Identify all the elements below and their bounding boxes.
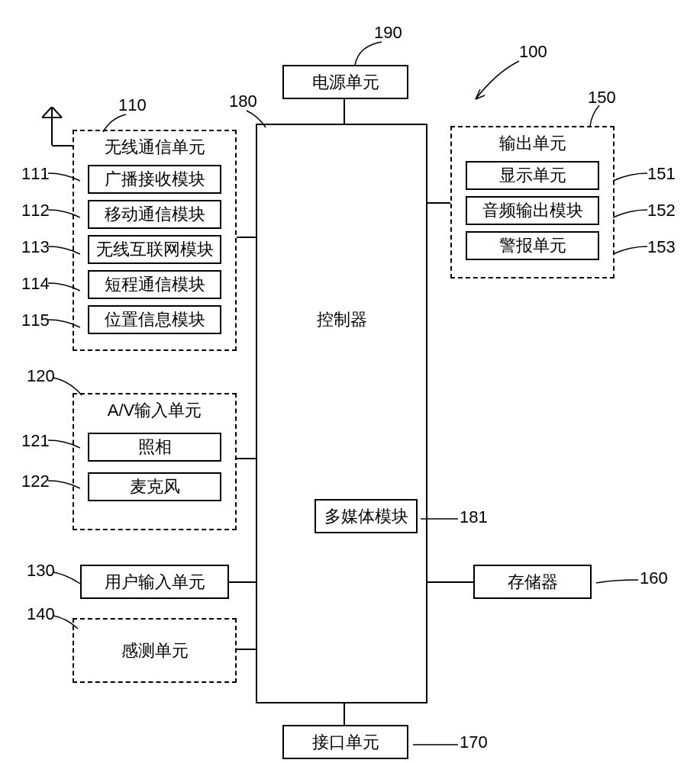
alarm-unit-label: 警报单元 xyxy=(499,234,566,257)
wireless-net-module-box: 无线互联网模块 xyxy=(88,235,221,264)
mobile-comm-module-label: 移动通信模块 xyxy=(105,203,205,226)
controller-box: 控制器 多媒体模块 xyxy=(256,124,427,703)
svg-line-1 xyxy=(42,107,52,118)
user-input-box: 用户输入单元 xyxy=(80,565,229,599)
leader-151 xyxy=(611,169,649,185)
microphone-label: 麦克风 xyxy=(130,475,180,498)
line-power-controller xyxy=(344,99,345,124)
location-module-box: 位置信息模块 xyxy=(88,305,221,334)
leader-122 xyxy=(46,477,80,492)
leader-130 xyxy=(51,568,82,588)
line-controller-interface xyxy=(344,703,345,725)
line-controller-memory xyxy=(427,581,473,583)
av-input-title: A/V输入单元 xyxy=(74,399,235,422)
leader-190 xyxy=(351,38,397,69)
memory-label: 存储器 xyxy=(508,571,558,594)
leader-153 xyxy=(611,243,649,258)
leader-110 xyxy=(99,111,130,134)
broadcast-module-label: 广播接收模块 xyxy=(105,168,205,191)
power-unit-box: 电源单元 xyxy=(282,65,408,99)
leader-170 xyxy=(411,739,460,754)
short-range-module-box: 短程通信模块 xyxy=(88,270,221,299)
leader-120 xyxy=(51,374,85,397)
leader-150 xyxy=(588,103,615,130)
multimedia-label: 多媒体模块 xyxy=(324,505,408,528)
diagram-canvas: 电源单元 控制器 多媒体模块 无线通信单元 广播接收模块 移动通信模块 无线互联… xyxy=(0,0,700,763)
leader-121 xyxy=(46,436,80,452)
wireless-unit-group: 无线通信单元 广播接收模块 移动通信模块 无线互联网模块 短程通信模块 位置信息… xyxy=(73,130,237,351)
display-unit-box: 显示单元 xyxy=(466,161,599,190)
interface-unit-label: 接口单元 xyxy=(312,731,379,754)
sensing-unit-label: 感测单元 xyxy=(121,639,189,662)
output-unit-title: 输出单元 xyxy=(452,132,613,155)
antenna-icon xyxy=(42,107,65,149)
ref-100: 100 xyxy=(519,42,547,62)
power-unit-label: 电源单元 xyxy=(312,71,379,94)
wireless-unit-title: 无线通信单元 xyxy=(74,136,235,159)
audio-output-box: 音频输出模块 xyxy=(466,196,599,225)
av-input-group: A/V输入单元 照相 麦克风 xyxy=(73,393,237,530)
sensing-unit-box: 感测单元 xyxy=(73,618,237,683)
line-sensing-controller xyxy=(237,649,256,650)
camera-box: 照相 xyxy=(88,433,221,462)
leader-111 xyxy=(46,169,80,185)
ref-170: 170 xyxy=(460,732,488,752)
multimedia-box: 多媒体模块 xyxy=(315,499,418,533)
leader-115 xyxy=(46,316,80,331)
output-unit-group: 输出单元 显示单元 音频输出模块 警报单元 xyxy=(450,126,615,278)
leader-113 xyxy=(46,243,80,258)
memory-box: 存储器 xyxy=(473,565,592,599)
user-input-label: 用户输入单元 xyxy=(105,571,205,594)
svg-line-2 xyxy=(52,107,62,118)
line-userinput-controller xyxy=(229,581,256,583)
camera-label: 照相 xyxy=(138,436,172,459)
ref-153: 153 xyxy=(647,237,676,257)
line-antenna-wireless xyxy=(52,145,73,146)
leader-180 xyxy=(243,108,273,131)
leader-114 xyxy=(46,279,80,295)
leader-140 xyxy=(51,612,82,631)
microphone-box: 麦克风 xyxy=(88,472,221,501)
broadcast-module-box: 广播接收模块 xyxy=(88,165,221,194)
leader-181 xyxy=(418,513,460,528)
mobile-comm-module-box: 移动通信模块 xyxy=(88,200,221,229)
alarm-unit-box: 警报单元 xyxy=(466,231,599,260)
line-wireless-controller xyxy=(237,237,256,238)
line-controller-output xyxy=(427,202,450,204)
wireless-net-module-label: 无线互联网模块 xyxy=(96,238,214,261)
ref-152: 152 xyxy=(647,201,676,221)
controller-label: 控制器 xyxy=(317,308,367,331)
location-module-label: 位置信息模块 xyxy=(105,308,205,331)
ref-151: 151 xyxy=(647,164,676,184)
short-range-module-label: 短程通信模块 xyxy=(105,273,205,296)
audio-output-label: 音频输出模块 xyxy=(482,199,583,222)
display-unit-label: 显示单元 xyxy=(499,164,566,187)
leader-152 xyxy=(611,206,649,221)
line-av-controller xyxy=(237,458,256,459)
ref-160: 160 xyxy=(640,568,668,588)
interface-unit-box: 接口单元 xyxy=(282,725,408,759)
leader-160 xyxy=(594,574,640,589)
ref-181: 181 xyxy=(460,507,488,527)
leader-100 xyxy=(469,57,523,111)
leader-112 xyxy=(46,206,80,221)
